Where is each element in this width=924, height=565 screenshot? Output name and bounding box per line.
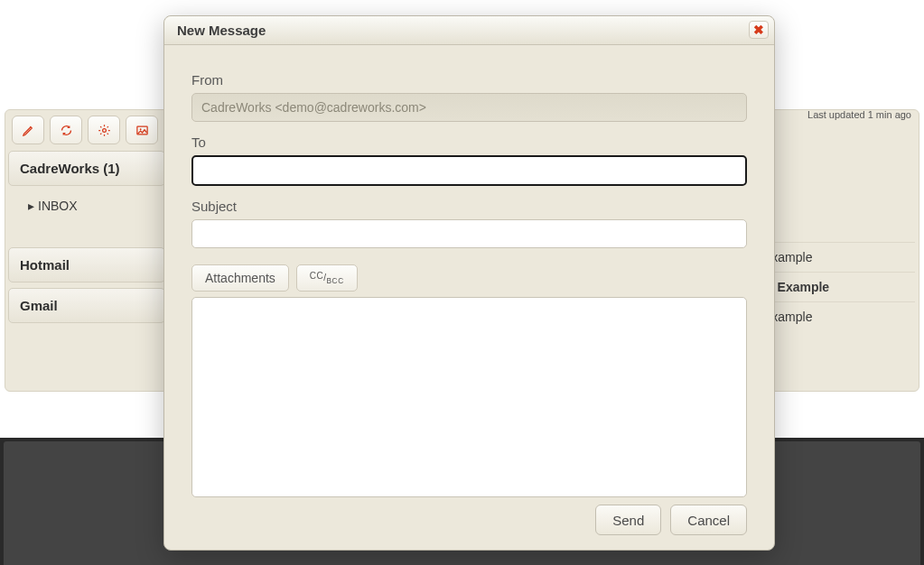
image-button[interactable] <box>126 116 158 144</box>
message-row[interactable]: je Example <box>763 272 915 301</box>
message-list: Example je Example Example <box>763 152 915 331</box>
to-field[interactable] <box>191 155 747 186</box>
last-updated-label: Last updated 1 min ago <box>807 109 911 120</box>
close-button[interactable]: ✖ <box>749 21 769 39</box>
folder-label: INBOX <box>38 199 78 213</box>
to-label: To <box>191 134 747 150</box>
message-list-header <box>763 152 915 242</box>
close-icon: ✖ <box>753 23 764 36</box>
svg-point-2 <box>139 128 141 130</box>
attachments-button[interactable]: Attachments <box>191 264 289 292</box>
send-button[interactable]: Send <box>595 505 661 535</box>
message-row[interactable]: Example <box>763 301 915 331</box>
refresh-icon <box>60 124 73 137</box>
svg-point-0 <box>102 128 106 132</box>
dialog-title: New Message <box>177 23 266 38</box>
folder-inbox[interactable]: ▸ INBOX <box>8 186 165 226</box>
gear-icon <box>98 124 111 137</box>
account-hotmail[interactable]: Hotmail <box>8 247 165 282</box>
accounts-sidebar: CadreWorks (1) ▸ INBOX Hotmail Gmail <box>8 151 165 323</box>
subject-field[interactable] <box>191 219 747 248</box>
message-row[interactable]: Example <box>763 242 915 272</box>
compose-button[interactable] <box>12 116 44 144</box>
compose-icon <box>22 124 35 137</box>
image-icon <box>135 124 149 137</box>
dialog-titlebar: New Message ✖ <box>164 16 774 45</box>
message-body-field[interactable] <box>191 297 747 497</box>
toolbar <box>8 112 162 148</box>
cancel-button[interactable]: Cancel <box>670 505 747 535</box>
account-gmail[interactable]: Gmail <box>8 288 165 323</box>
from-label: From <box>191 72 747 88</box>
refresh-button[interactable] <box>50 116 82 144</box>
expand-icon: ▸ <box>28 199 34 213</box>
cc-bcc-button[interactable]: CC/BCC <box>296 264 358 292</box>
new-message-dialog: New Message ✖ From To Subject Attachment… <box>163 15 775 551</box>
subject-label: Subject <box>191 199 747 214</box>
from-field <box>191 93 747 122</box>
settings-button[interactable] <box>88 116 120 144</box>
account-cadreworks[interactable]: CadreWorks (1) <box>8 151 165 186</box>
